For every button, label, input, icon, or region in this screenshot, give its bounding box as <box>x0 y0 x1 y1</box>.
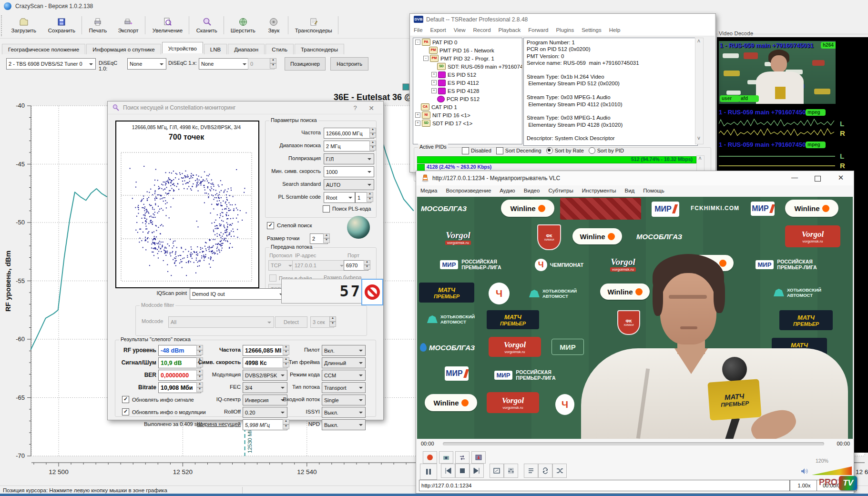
toolbar-button-open-folder[interactable]: Загрузить <box>6 14 42 36</box>
protocol-select[interactable]: TCP <box>268 260 295 271</box>
blind-search-checkbox[interactable]: Слепой поиск <box>267 222 329 229</box>
sort-by-rate-radio[interactable]: Sort by Rate <box>546 147 584 154</box>
maximize-icon[interactable] <box>806 171 829 185</box>
vlc-titlebar[interactable]: http://127.0.0.1:1234 - Медиапроигрывате… <box>416 171 853 185</box>
sort-descending-checkbox[interactable]: Sort Decending <box>496 147 541 154</box>
tab-географическое-положение[interactable]: Географическое положение <box>2 44 85 54</box>
param-field-3[interactable]: 1000 <box>324 166 374 177</box>
param-field-2[interactable]: Г/Л <box>324 153 374 164</box>
collapse-toggle-icon[interactable]: - <box>415 40 420 45</box>
close-icon[interactable]: ✕ <box>829 171 853 185</box>
expand-toggle-icon[interactable]: + <box>431 88 437 93</box>
playback-rate-box[interactable]: 1.00x <box>790 480 818 491</box>
toolbar-button-export[interactable]: Экспорт <box>113 14 143 36</box>
pid-bar-row[interactable]: 4128 (2.42% ~ 263.20 Kbps) <box>417 164 695 171</box>
shuffle-button[interactable] <box>552 464 567 478</box>
toolbar-button-transponders-notepad[interactable]: Транспондеры <box>291 14 336 36</box>
volume-speaker-icon[interactable] <box>800 467 809 475</box>
tree-item-pat-pid-0[interactable]: -PAPAT PID 0 <box>413 38 522 46</box>
toolbar-button-sound-disc[interactable]: Звук <box>261 14 286 36</box>
toolbar-button-zoom-document[interactable]: Увеличение <box>148 14 187 36</box>
param-field-0[interactable]: 12666,000 МГц <box>324 128 374 139</box>
next-button[interactable] <box>470 464 484 478</box>
snapshot-button[interactable] <box>439 451 453 464</box>
tuner-select[interactable]: 2 - TBS 6908 DVBS/S2 Tuner 0 <box>6 58 96 70</box>
menu-forward[interactable]: Forward <box>524 25 552 36</box>
vlc-menu-воспроизведение[interactable]: Воспроизведение <box>441 185 495 197</box>
dot-size-spinner[interactable]: ▲▼ <box>323 233 330 243</box>
tree-item-cat-pid-1[interactable]: CACAT PID 1 <box>413 103 522 111</box>
tree-item-pmt-pid-16-network[interactable]: PMPMT PID 16 - Network <box>413 46 522 54</box>
pause-button[interactable] <box>420 464 437 480</box>
result3-select-5[interactable]: Выкл. <box>322 407 366 418</box>
tree-item-pmt-pid-32-progr-1[interactable]: -PMPMT PID 32 - Progr. 1 <box>413 54 522 62</box>
configure-button[interactable]: Настроить <box>330 57 368 71</box>
result3-select-2[interactable]: CCM <box>322 370 366 381</box>
tab-устройство[interactable]: Устройство <box>162 42 203 53</box>
menu-settings[interactable]: Settings <box>578 25 605 36</box>
toolbar-button-globe-scan[interactable]: Шерстить <box>226 14 259 36</box>
disabled-checkbox[interactable]: Disabled <box>462 147 491 154</box>
tree-item-sdt-rus-059-main-7916074[interactable]: SDSDT: RUS-059 main +79160745 <box>413 62 522 71</box>
sort-by-pid-radio[interactable]: Sort by PID <box>589 147 624 154</box>
loop-ab-button[interactable] <box>455 451 470 464</box>
tree-item-sdt-pid-17-1-[interactable]: +SDSDT PID 17 <1> <box>413 119 522 127</box>
fullscreen-button[interactable] <box>490 464 504 478</box>
menu-playback[interactable]: Playback <box>495 25 525 36</box>
result3-select-1[interactable]: Длинный <box>322 357 366 368</box>
param-spinner-0[interactable]: ▲▼ <box>369 128 376 138</box>
expand-toggle-icon[interactable]: + <box>431 80 437 85</box>
seek-slider[interactable] <box>443 442 824 445</box>
ip-select[interactable]: 127.0.0.1 <box>292 260 347 271</box>
expand-toggle-icon[interactable]: + <box>415 121 420 126</box>
scroll-up-icon[interactable]: ᐱ <box>696 39 702 45</box>
positioner-button[interactable]: Позиционер <box>285 57 326 71</box>
pids-scroll-up-icon[interactable]: ᐱ <box>697 156 703 162</box>
port-spinner[interactable]: ▲▼ <box>364 260 370 270</box>
loop-button[interactable] <box>538 464 552 478</box>
menu-file[interactable]: File <box>410 25 427 36</box>
stop-button[interactable] <box>455 464 470 478</box>
interval-spinner[interactable]: ▲▼ <box>329 316 336 327</box>
record-button[interactable] <box>423 451 437 464</box>
modcode-select[interactable]: All <box>168 316 274 328</box>
vlc-menu-медиа[interactable]: Медиа <box>416 185 441 197</box>
tab-lnb[interactable]: LNB <box>204 44 227 54</box>
stop-search-button[interactable] <box>361 279 383 305</box>
frame-step-button[interactable] <box>471 451 486 464</box>
vlc-menu-инструменты[interactable]: Инструменты <box>578 185 621 197</box>
param-spinner-1[interactable]: ▲▼ <box>369 141 376 151</box>
menu-record[interactable]: Record <box>470 25 495 36</box>
playlist-button[interactable] <box>524 464 538 478</box>
positioner-steps-spinner[interactable]: ▲▼ <box>270 58 276 69</box>
extended-settings-button[interactable] <box>504 464 518 478</box>
param-field-4[interactable]: AUTO <box>324 179 374 190</box>
param-extra-spinner-5[interactable]: ▲▼ <box>367 192 373 202</box>
vlc-menu-аудио[interactable]: Аудио <box>495 185 519 197</box>
menu-help[interactable]: Help <box>605 25 624 36</box>
iqscan-select[interactable]: Demod IQ out <box>190 288 286 300</box>
pls-search-checkbox[interactable]: Поиск PLS-кода <box>323 205 375 213</box>
scroll-down-icon[interactable]: ᐯ <box>696 136 702 142</box>
tree-item-nit-pid-16-1-[interactable]: +NINIT PID 16 <1> <box>413 111 522 119</box>
tsreader-titlebar[interactable]: DVBDefault -- TSReader Professional 2.8.… <box>410 14 715 25</box>
tree-item-es-pid-4112[interactable]: +ES PID 4112 <box>413 79 522 87</box>
constellation-plot[interactable] <box>121 152 252 282</box>
toolbar-button-save-floppy[interactable]: Сохранить <box>44 14 80 36</box>
param-field-5[interactable]: Root <box>324 192 355 203</box>
volume-slider[interactable] <box>812 466 852 475</box>
tree-item-es-pid-4128[interactable]: +ES PID 4128 <box>413 87 522 95</box>
result3-select-3[interactable]: Transport <box>322 382 366 393</box>
toolbar-button-print[interactable]: Печать <box>84 14 111 36</box>
tree-item-pcr-pid-512[interactable]: PCR PID 512 <box>413 95 522 103</box>
menu-plugins[interactable]: Plugins <box>552 25 578 36</box>
detect-button[interactable]: Detect <box>275 316 307 328</box>
param-field-1[interactable]: 2 МГц <box>324 141 374 152</box>
toolbar-button-scan-magnifier[interactable]: Сканить <box>192 14 222 36</box>
tab-транспондеры[interactable]: Транспондеры <box>295 44 344 54</box>
minimize-icon[interactable]: — <box>783 171 806 185</box>
tab-стиль[interactable]: Стиль <box>266 44 294 54</box>
tree-item-es-pid-512[interactable]: +ES PID 512 <box>413 71 522 79</box>
diseqc1x-select[interactable]: None <box>199 58 249 70</box>
dialog-close-button[interactable]: ✕ <box>364 103 378 113</box>
